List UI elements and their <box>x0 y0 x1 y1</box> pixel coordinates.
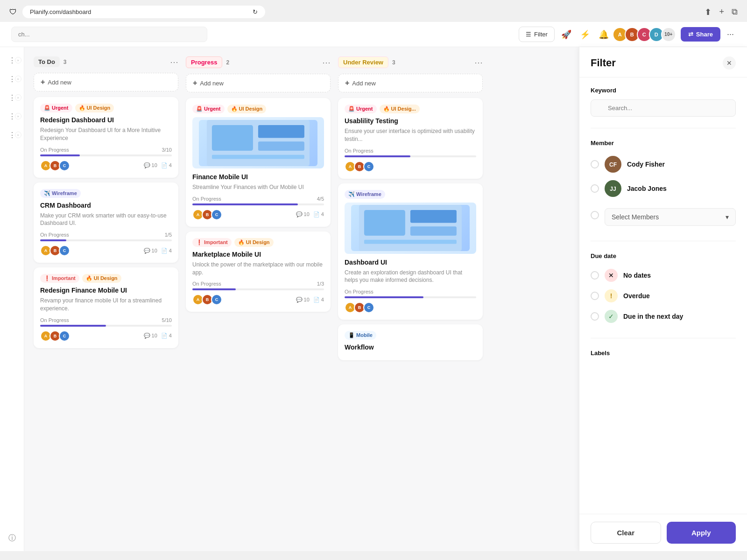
add-new-review[interactable]: + Add new <box>338 74 483 92</box>
card-avatar: C <box>59 160 70 171</box>
member-radio-cody[interactable] <box>591 160 599 168</box>
card-image <box>345 203 476 254</box>
next-day-label: Due in the next day <box>623 313 683 320</box>
divider-1 <box>591 128 736 128</box>
no-dates-icon: ✕ <box>605 269 618 282</box>
tag: ❗ Important <box>192 238 232 247</box>
browser-actions: ⬆ + ⧉ <box>705 7 738 17</box>
progress-label: On Progress 5/10 <box>40 317 172 323</box>
progress-fill <box>40 239 66 241</box>
progress-value: 1/3 <box>317 281 324 287</box>
clear-button[interactable]: Clear <box>591 522 661 544</box>
sidebar-expand-1[interactable]: ⋮ › <box>5 53 20 68</box>
member-name-jacob: Jacob Jones <box>627 185 667 192</box>
card-footer: ABC 💬 10 📄 4 <box>40 245 172 256</box>
card-desc: Create an exploration design dashboard U… <box>345 269 476 285</box>
rocket-icon-button[interactable]: 🚀 <box>559 28 573 42</box>
card-image <box>192 117 324 168</box>
filter-close-button[interactable]: ✕ <box>723 56 736 70</box>
divider-3 <box>591 338 736 338</box>
progress-section: On Progress 1/5 <box>40 232 172 241</box>
more-options-button[interactable]: ··· <box>725 28 736 41</box>
member-option-jacob[interactable]: JJ Jacob Jones <box>591 176 736 201</box>
column-menu-progress[interactable]: ⋯ <box>322 57 331 68</box>
browser-tabs-icon[interactable]: ⧉ <box>732 7 738 17</box>
card-desc: Make your CRM work smarter with our easy… <box>40 212 172 228</box>
svg-rect-9 <box>364 240 457 244</box>
browser-new-tab-icon[interactable]: + <box>719 7 724 17</box>
filter-panel: Filter ✕ Keyword 🔍 Member C <box>579 47 747 551</box>
column-label-progress: Progress <box>186 56 222 68</box>
card-avatars: ABC <box>345 161 374 172</box>
bell-icon-button[interactable]: 🔔 <box>597 28 611 42</box>
search-input[interactable] <box>11 27 207 42</box>
share-button[interactable]: ⇄ Share <box>681 27 720 42</box>
tag: 🔥 UI Design <box>234 238 274 247</box>
progress-fill <box>40 325 106 327</box>
member-radio-placeholder[interactable] <box>591 211 599 219</box>
select-members-dropdown[interactable]: Select Members ▾ <box>605 208 736 226</box>
due-date-overdue[interactable]: ! Overdue <box>591 286 736 306</box>
tag: 🔥 UI Design <box>82 274 121 283</box>
comment-stat: 💬 10 <box>144 162 157 168</box>
keyword-section-title: Keyword <box>591 87 736 94</box>
apply-button[interactable]: Apply <box>667 522 736 544</box>
add-new-todo[interactable]: + Add new <box>34 73 178 91</box>
labels-section-title: Labels <box>591 350 736 357</box>
card-desc: Revamp your finance mobile UI for a stre… <box>40 297 172 313</box>
member-name-cody: Cody Fisher <box>627 161 665 168</box>
sidebar-expand-2[interactable]: ⋮ › <box>5 71 20 86</box>
card-title: Workflow <box>345 343 476 351</box>
tag: 📱 Mobile <box>345 331 376 340</box>
card-desc: Streamline Your Finances with Our Mobile… <box>192 183 324 191</box>
due-date-no-dates[interactable]: ✕ No dates <box>591 265 736 286</box>
card-tags: ❗ Important🔥 UI Design <box>192 238 324 247</box>
column-menu-review[interactable]: ⋯ <box>474 57 483 68</box>
sidebar-info-icon[interactable]: ⓘ <box>5 531 20 546</box>
progress-section: On Progress 1/3 <box>192 281 324 290</box>
file-stat: 📄 4 <box>161 248 172 254</box>
member-section: Member CF Cody Fisher JJ Jacob Jone <box>591 140 736 230</box>
overdue-icon: ! <box>605 289 618 302</box>
column-menu-todo[interactable]: ⋯ <box>170 57 178 67</box>
lightning-icon-button[interactable]: ⚡ <box>578 28 592 42</box>
due-date-radio-overdue[interactable] <box>591 292 599 300</box>
app-header: ☰ Filter 🚀 ⚡ 🔔 A B C D 10+ ⇄ Share ··· <box>0 22 747 47</box>
card-stats: 💬 10 📄 4 <box>144 333 172 339</box>
browser-shield-icon: 🛡 <box>9 8 17 16</box>
member-avatar-cody: CF <box>605 156 621 173</box>
browser-share-icon[interactable]: ⬆ <box>705 7 712 17</box>
card-title: Usablility Testing <box>345 117 476 125</box>
sidebar-arrow-5: › <box>15 132 21 138</box>
browser-chrome: 🛡 Planify.com/dashboard ↻ ⬆ + ⧉ <box>0 0 747 22</box>
progress-fill <box>192 288 236 290</box>
column-label-review: Under Review <box>338 56 388 68</box>
card-card-2: ✈️ Wireframe CRM Dashboard Make your CRM… <box>34 182 178 263</box>
sidebar-expand-3[interactable]: ⋮ › <box>5 90 20 105</box>
due-date-radio-next-day[interactable] <box>591 312 599 321</box>
filter-button[interactable]: ☰ Filter <box>519 27 555 42</box>
progress-label: On Progress <box>345 148 476 154</box>
member-option-cody[interactable]: CF Cody Fisher <box>591 152 736 176</box>
plus-icon: + <box>345 79 349 87</box>
keyword-input[interactable] <box>591 99 736 117</box>
card-tags: ❗ Important🔥 UI Design <box>40 274 172 283</box>
filter-header: Filter ✕ <box>579 47 747 77</box>
tag: 🚨 Urgent <box>40 104 72 112</box>
progress-label: On Progress 1/5 <box>40 232 172 238</box>
progress-bar <box>40 239 172 241</box>
add-new-progress[interactable]: + Add new <box>186 74 331 92</box>
progress-value: 4/5 <box>317 196 324 202</box>
due-date-radio-no-dates[interactable] <box>591 271 599 280</box>
card-tags: ✈️ Wireframe <box>40 189 172 198</box>
tag: 🚨 Urgent <box>345 105 377 113</box>
sidebar-expand-4[interactable]: ⋮ › <box>5 109 20 124</box>
card-avatar: C <box>59 245 70 256</box>
due-date-next-day[interactable]: ✓ Due in the next day <box>591 306 736 327</box>
progress-section: On Progress <box>345 148 476 157</box>
sidebar-expand-5[interactable]: ⋮ › <box>5 127 20 142</box>
reload-icon[interactable]: ↻ <box>253 8 258 15</box>
browser-url-bar[interactable]: Planify.com/dashboard ↻ <box>22 6 265 18</box>
member-radio-jacob[interactable] <box>591 184 599 193</box>
card-avatars: ABC <box>192 209 222 220</box>
